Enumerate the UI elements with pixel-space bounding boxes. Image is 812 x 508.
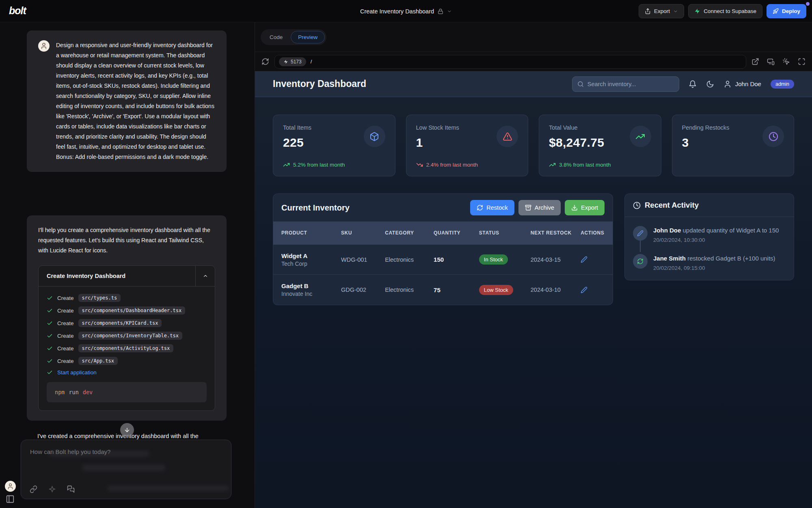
- export-menu-button[interactable]: Export: [639, 4, 684, 18]
- quantity-cell: 150: [434, 256, 479, 263]
- activity-user: Jane Smith: [653, 255, 686, 262]
- start-application-step[interactable]: Start application: [47, 369, 207, 376]
- download-icon: [571, 204, 578, 211]
- activity-user: John Doe: [653, 227, 681, 234]
- artifact-title: Create Inventory Dashboard: [39, 273, 195, 279]
- tab-code[interactable]: Code: [262, 31, 290, 43]
- assistant-message: I'll help you create a comprehensive inv…: [27, 215, 227, 421]
- dark-mode-toggle-icon[interactable]: [706, 80, 714, 88]
- rocket-icon: [773, 8, 779, 14]
- view-toggle: Code Preview: [261, 29, 326, 45]
- clock-icon: [633, 202, 641, 209]
- edit-row-icon[interactable]: [581, 287, 587, 293]
- chevron-down-icon: [447, 9, 452, 14]
- command-token: run: [69, 389, 78, 395]
- chat-prompt-input[interactable]: [21, 440, 231, 455]
- refresh-icon: [477, 204, 483, 211]
- inventory-title: Current Inventory: [281, 203, 350, 213]
- kpi-card-low-stock: Low Stock Items 1 2.4% from last month: [406, 115, 529, 176]
- step-file[interactable]: src/components/ActivityLog.tsx: [78, 344, 174, 352]
- bolt-logo[interactable]: bolt: [9, 5, 26, 17]
- supplier-name: Innovate Inc: [281, 291, 341, 297]
- port-pill[interactable]: 5173: [279, 57, 306, 66]
- alert-triangle-icon: [503, 132, 512, 141]
- open-in-new-tab-icon[interactable]: [752, 58, 759, 65]
- user-menu[interactable]: John Doe: [723, 80, 761, 88]
- pencil-icon: [637, 230, 644, 237]
- archive-button[interactable]: Archive: [518, 200, 561, 215]
- dashboard-main-grid: Current Inventory Restock Archive: [273, 193, 794, 305]
- start-application-label: Start application: [57, 369, 97, 376]
- url-field[interactable]: 5173 /: [274, 55, 746, 69]
- product-name: Gadget B: [281, 282, 341, 289]
- step-file[interactable]: src/components/KPICard.tsx: [78, 319, 162, 327]
- port-number: 5173: [291, 59, 302, 65]
- chevron-up-icon: [203, 273, 208, 279]
- step-row: Create src/types.ts: [47, 294, 207, 302]
- artifact-collapse-button[interactable]: [195, 266, 215, 286]
- preview-address-bar: 5173 /: [255, 52, 812, 71]
- chat-mode-icon[interactable]: [67, 485, 75, 493]
- step-file[interactable]: src/components/DashboardHeader.tsx: [78, 306, 186, 315]
- inspector-icon[interactable]: [782, 58, 790, 65]
- artifact-card: Create Inventory Dashboard Create src/ty…: [38, 265, 215, 411]
- table-row[interactable]: Widget A Tech Corp WDG-001 Electronics 1…: [273, 245, 613, 275]
- trending-up-icon: [635, 132, 645, 141]
- export-button[interactable]: Export: [565, 200, 605, 215]
- tab-preview[interactable]: Preview: [291, 31, 325, 43]
- column-header: SKU: [341, 226, 385, 241]
- activity-item: John Doe updated quantity of Widget A to…: [633, 226, 786, 243]
- account-avatar[interactable]: [5, 481, 16, 492]
- notifications-icon[interactable]: [689, 80, 697, 88]
- kpi-icon-bubble: [762, 126, 784, 147]
- status-badge: Low Stock: [479, 285, 513, 295]
- step-action: Create: [57, 333, 74, 339]
- scroll-to-bottom-button[interactable]: [120, 423, 134, 437]
- sidebar-toggle-icon[interactable]: [6, 495, 15, 504]
- enhance-prompt-icon[interactable]: [48, 485, 56, 493]
- app-preview: Inventory Dashboard John Doe admin Total…: [255, 71, 812, 508]
- project-title-menu[interactable]: Create Inventory Dashboard: [360, 0, 452, 22]
- category-cell: Electronics: [385, 287, 434, 293]
- activity-item: Jane Smith restocked Gadget B (+100 unit…: [633, 254, 786, 271]
- sku-cell: WDG-001: [341, 256, 385, 263]
- topbar: bolt Create Inventory Dashboard Export C…: [0, 0, 812, 22]
- chat-input-box[interactable]: [21, 440, 231, 499]
- responsive-preview-icon[interactable]: [767, 58, 775, 65]
- inventory-search[interactable]: [572, 76, 679, 92]
- activity-action: restocked Gadget B (+100 units): [687, 255, 775, 262]
- clock-icon: [769, 132, 778, 141]
- check-icon: [47, 333, 53, 339]
- column-header: Product: [281, 226, 341, 241]
- trending-up-icon: [283, 161, 290, 168]
- category-cell: Electronics: [385, 256, 434, 263]
- fullscreen-icon[interactable]: [798, 58, 806, 65]
- user-prompt-text: Design a responsive and user-friendly in…: [56, 40, 215, 162]
- notification-dot: [806, 2, 810, 6]
- inventory-search-input[interactable]: [587, 81, 674, 87]
- role-badge: admin: [771, 80, 794, 89]
- archive-icon: [525, 204, 531, 211]
- sku-cell: GDG-002: [341, 287, 385, 293]
- column-header: Quantity: [434, 226, 479, 241]
- user-icon: [723, 80, 732, 88]
- artifact-header: Create Inventory Dashboard: [39, 266, 215, 286]
- edit-row-icon[interactable]: [581, 256, 587, 263]
- connect-supabase-button[interactable]: Connect to Supabase: [688, 4, 762, 18]
- table-row[interactable]: Gadget B Innovate Inc GDG-002 Electronic…: [273, 275, 613, 305]
- command-token: dev: [83, 389, 93, 395]
- trending-up-icon: [549, 161, 556, 168]
- deploy-button[interactable]: Deploy: [767, 4, 806, 18]
- check-icon: [47, 358, 53, 364]
- step-action: Create: [57, 295, 74, 301]
- restock-button[interactable]: Restock: [470, 200, 514, 215]
- dashboard-title: Inventory Dashboard: [273, 78, 366, 89]
- step-file[interactable]: src/types.ts: [78, 294, 121, 302]
- step-file[interactable]: src/components/InventoryTable.tsx: [78, 332, 182, 340]
- kpi-icon-bubble: [630, 126, 651, 147]
- activity-icon-bubble: [633, 254, 648, 269]
- reload-icon[interactable]: [261, 58, 269, 65]
- user-icon: [7, 483, 14, 490]
- attach-link-icon[interactable]: [30, 485, 37, 493]
- step-file[interactable]: src/App.tsx: [78, 357, 118, 365]
